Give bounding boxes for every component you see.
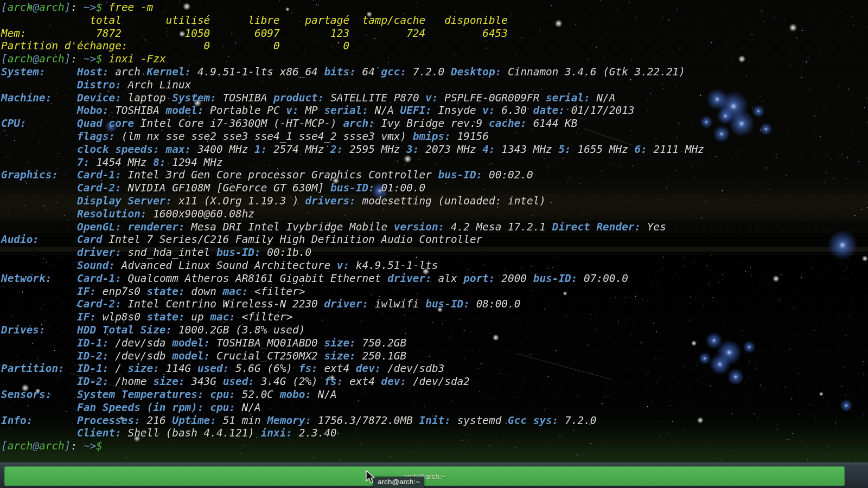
taskbar-tooltip: arch@arch:~ [373, 477, 424, 488]
terminal-line: Audio: Card Intel 7 Series/C216 Family H… [1, 233, 482, 246]
terminal-line: clock speeds: max: 3400 MHz 1: 2574 MHz … [1, 143, 704, 156]
terminal-line: Fan Speeds (in rpm): cpu: N/A [1, 401, 261, 414]
terminal-line: [arch@arch]: ~>$ [1, 440, 103, 452]
terminal-line: Info: Processes: 216 Uptime: 51 min Memo… [1, 414, 596, 427]
terminal-line: driver: snd_hda_intel bus-ID: 00:1b.0 [1, 246, 311, 259]
terminal-line: OpenGL: renderer: Mesa DRI Intel Ivybrid… [1, 221, 666, 233]
terminal-line: Drives: HDD Total Size: 1000.2GB (3.8% u… [1, 324, 305, 336]
terminal-line: Display Server: x11 (X.Org 1.19.3 ) driv… [1, 195, 546, 207]
terminal-line: IF: enp7s0 state: down mac: <filter> [1, 285, 305, 298]
terminal-line: Distro: Arch Linux [1, 79, 191, 91]
terminal-line: IF: wlp8s0 state: up mac: <filter> [1, 311, 292, 323]
terminal-line: Partition: ID-1: / size: 114G used: 5.6G… [1, 362, 444, 375]
terminal-line: Network: Card-1: Qualcomm Atheros AR8161… [1, 272, 628, 285]
mouse-cursor-icon [366, 470, 379, 485]
terminal-line: Machine: Device: laptop System: TOSHIBA … [1, 92, 616, 104]
terminal-line: ID-2: /dev/sdb model: Crucial_CT250MX2 s… [1, 350, 406, 362]
taskbar-window-button[interactable]: arch@arch:~ [4, 466, 845, 486]
terminal-line: Sensors: System Temperatures: cpu: 52.0C… [1, 388, 337, 401]
terminal-line: CPU: Quad core Intel Core i7-3630QM (-HT… [1, 117, 577, 130]
terminal-line: Card-2: NVIDIA GF108M [GeForce GT 630M] … [1, 182, 425, 194]
terminal-line: flags: (lm nx sse sse2 sse3 sse4_1 sse4_… [1, 130, 489, 143]
terminal-line: Card-2: Intel Centrino Wireless-N 2230 d… [1, 298, 520, 310]
terminal-line: Partition d'échange: 0 0 0 [1, 40, 349, 52]
terminal-line: ID-2: /home size: 343G used: 3.4G (2%) f… [1, 375, 470, 388]
terminal-line: System: Host: arch Kernel: 4.9.51-1-lts … [1, 66, 685, 78]
terminal-line: Mobo: TOSHIBA model: Portable PC v: MP s… [1, 104, 635, 117]
terminal-line: Sound: Advanced Linux Sound Architecture… [1, 259, 438, 272]
taskbar-tooltip-text: arch@arch:~ [378, 478, 420, 486]
terminal-line: ID-1: /dev/sda model: TOSHIBA_MQ01ABD0 s… [1, 337, 406, 349]
terminal-line: total utilisé libre partagé tamp/cache d… [1, 14, 508, 27]
desktop: [arch@arch]: ~>$ free -m total utilisé l… [0, 0, 868, 488]
terminal-line: Client: Shell (bash 4.4.121) inxi: 2.3.4… [1, 427, 337, 439]
terminal-line: Graphics: Card-1: Intel 3rd Gen Core pro… [1, 169, 533, 181]
terminal-line: Resolution: 868x488@60.08hz [1, 208, 254, 220]
terminal-line: [arch@arch]: ~>$ free -m [1, 1, 153, 14]
terminal-line: 7: 1454 MHz 8: 1294 MHz [1, 156, 223, 169]
terminal-line: [arch@arch]: ~>$ inxi -Fzx [1, 53, 166, 65]
terminal-output[interactable]: [arch@arch]: ~>$ free -m total utilisé l… [1, 1, 704, 453]
taskbar: arch@arch:~ ★ [0, 463, 868, 488]
terminal-line: Mem: 7872 1050 6097 123 724 6453 [1, 27, 508, 40]
